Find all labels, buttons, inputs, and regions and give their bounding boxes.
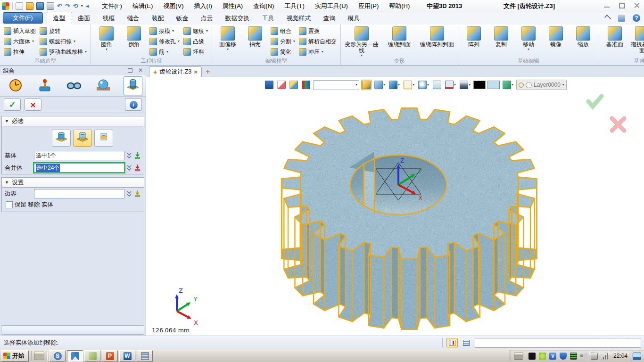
dropdown-arrow-icon[interactable]: ▾: [528, 48, 529, 51]
dropdown-arrow-icon[interactable]: ▾: [383, 83, 385, 87]
keep-removed-checkbox[interactable]: [6, 201, 13, 208]
required-header[interactable]: ▼ 必选: [2, 116, 144, 126]
menu-item-insert[interactable]: 插入(I): [194, 2, 212, 10]
ribbon-item-stock[interactable]: 坯料: [183, 47, 208, 57]
undo-icon[interactable]: ↶: [57, 2, 62, 10]
dropdown-arrow-icon[interactable]: ▾: [361, 54, 363, 58]
ribbon-item-move[interactable]: 移动▾: [517, 26, 540, 51]
start-button[interactable]: 开始: [1, 350, 29, 362]
zoom-window-button[interactable]: ▾: [417, 80, 430, 90]
bool-op-add-button[interactable]: [52, 130, 71, 147]
help-icon[interactable]: ?: [633, 14, 640, 22]
merge-field[interactable]: 选中24个: [34, 163, 124, 173]
gear-3d-model[interactable]: ZYXZYX: [146, 77, 644, 336]
new-file-icon[interactable]: [16, 2, 23, 10]
shield-icon[interactable]: [560, 353, 567, 360]
ribbon-item-modifyhole[interactable]: 修改孔▾: [149, 37, 180, 46]
measure-button[interactable]: ▾: [444, 80, 457, 90]
ribbon-tab-sheetmetal[interactable]: 钣金: [170, 12, 195, 25]
panel-tab-render[interactable]: [94, 77, 112, 95]
close-icon[interactable]: [633, 2, 641, 9]
bool-op-remove-button[interactable]: [73, 130, 92, 147]
file-tab-button[interactable]: 文件(F): [3, 12, 43, 24]
ribbon-item-fillet[interactable]: 圆角▾: [95, 26, 118, 51]
menu-item-view[interactable]: 视图(V): [163, 2, 183, 10]
base-field[interactable]: 选中1个: [34, 151, 124, 160]
ribbon-tab-surface[interactable]: 曲面: [72, 12, 97, 25]
dropdown-arrow-icon[interactable]: ▾: [293, 40, 295, 43]
taskbar-app-word[interactable]: W: [119, 350, 135, 362]
entity-filter-button[interactable]: [301, 80, 311, 90]
zoom-extent-button[interactable]: [432, 80, 442, 90]
vcheck-icon[interactable]: V: [549, 353, 556, 360]
ribbon-item-datum[interactable]: 基准面: [603, 26, 627, 48]
ribbon-tab-shape[interactable]: 造型: [47, 12, 72, 25]
ribbon-item-pattern[interactable]: 阵列: [462, 26, 486, 48]
ribbon-tab-assembly[interactable]: 装配: [146, 12, 170, 25]
iso-view-button[interactable]: [361, 80, 372, 90]
track-button[interactable]: [264, 80, 274, 90]
taskbar-app-calculator[interactable]: [137, 350, 153, 362]
ribbon-tab-heal[interactable]: 缝合: [121, 12, 146, 25]
bg-color-black-swatch[interactable]: [473, 81, 486, 89]
redo-icon[interactable]: ↷: [65, 2, 70, 10]
boundary-field[interactable]: [34, 189, 124, 198]
menu-item-file[interactable]: 文件(F): [102, 2, 122, 10]
erase-button[interactable]: [276, 80, 287, 90]
menu-item-attributes[interactable]: 属性(A): [223, 2, 243, 10]
ribbon-item-morphcurve[interactable]: 变形为另一曲线▾: [345, 26, 379, 58]
dropdown-arrow-icon[interactable]: ▾: [562, 83, 564, 87]
named-view-button[interactable]: ▾: [388, 80, 401, 90]
expand-chevrons-icon[interactable]: [126, 190, 132, 197]
ribbon-item-block[interactable]: 六面体▾: [4, 37, 36, 46]
ribbon-tab-visualstyle[interactable]: 视觉样式: [281, 12, 317, 25]
ribbon-item-faceoffset[interactable]: 面偏移▾: [216, 26, 239, 51]
ribbon-tab-dataexchange[interactable]: 数据交换: [219, 12, 256, 25]
ribbon-item-draft[interactable]: 拔模▾: [149, 26, 180, 36]
expand-chevrons-icon[interactable]: [126, 152, 132, 159]
menu-item-utilities[interactable]: 实用工具(U): [315, 2, 348, 10]
pick-yellow-icon[interactable]: [134, 190, 141, 197]
clock[interactable]: 22:04: [613, 353, 627, 359]
print-icon[interactable]: [47, 2, 54, 10]
panel-tab-history[interactable]: [7, 77, 25, 95]
ribbon-item-shell[interactable]: 抽壳: [243, 26, 267, 48]
ribbon-item-dragdatum[interactable]: 拖拽基准面: [630, 26, 644, 54]
ok-button[interactable]: ✓: [4, 99, 21, 111]
display-mode-button[interactable]: ▾: [403, 80, 415, 90]
ribbon-item-divide[interactable]: 分割▾: [271, 37, 295, 46]
taskbar-app-browser[interactable]: S: [50, 350, 66, 362]
ribbon-item-sketch[interactable]: 插入草图: [4, 26, 36, 36]
ribbon-item-thread[interactable]: 螺纹▾: [183, 26, 208, 36]
ribbon-tab-wireframe[interactable]: 线框: [97, 12, 121, 25]
bool-op-intersect-button[interactable]: [94, 130, 113, 147]
bg-color-light-swatch[interactable]: [487, 81, 500, 89]
dropdown-arrow-icon[interactable]: ▾: [454, 83, 456, 87]
tab-close-icon[interactable]: ×: [194, 68, 198, 75]
dropdown-arrow-icon[interactable]: ▾: [178, 40, 180, 43]
ribbon-tab-tools[interactable]: 工具: [256, 12, 281, 25]
ribbon-item-replace[interactable]: 置换: [299, 26, 337, 36]
pick-green-icon[interactable]: [134, 152, 141, 159]
menu-item-inquire[interactable]: 查询(N): [253, 2, 274, 10]
ribbon-item-lip[interactable]: 凸缘: [183, 37, 208, 46]
history-list-button[interactable]: [461, 338, 472, 347]
layer-combo[interactable]: Layer0000▾: [516, 80, 567, 90]
dropdown-arrow-icon[interactable]: ▾: [469, 83, 471, 87]
ribbon-item-rib[interactable]: 筋▾: [149, 47, 180, 57]
minimize-icon[interactable]: [603, 2, 611, 9]
ribbon-item-scale[interactable]: 缩放: [571, 26, 595, 48]
taskbar-app-powerpoint[interactable]: P: [102, 350, 118, 362]
taskbar-app-notes[interactable]: [84, 350, 100, 362]
restore-icon[interactable]: [618, 2, 626, 9]
ribbon-item-wrapface[interactable]: 缠绕到面: [382, 26, 416, 48]
cancel-button[interactable]: ×: [25, 99, 41, 111]
view-orientation-button[interactable]: ▾: [373, 80, 386, 90]
viewport[interactable]: ▾▾▾▾▾▾▾▾Layer0000▾: [146, 77, 644, 336]
pick-red-icon[interactable]: [134, 164, 141, 172]
panel-close-icon[interactable]: ✕: [137, 68, 144, 74]
dropdown-arrow-icon[interactable]: ▾: [322, 50, 323, 54]
dropdown-arrow-icon[interactable]: ▾: [172, 29, 174, 33]
plug-icon[interactable]: [591, 353, 598, 360]
panel-tab-visualize[interactable]: [65, 77, 83, 95]
